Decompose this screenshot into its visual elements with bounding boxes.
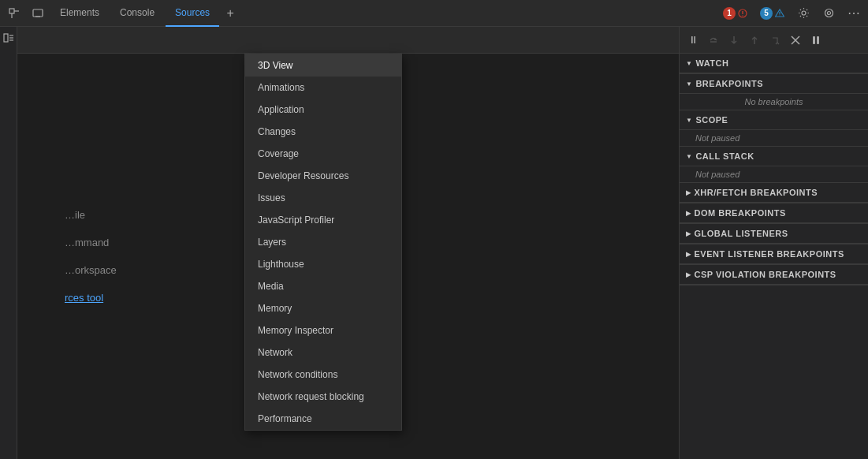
global-label: Global Listeners xyxy=(695,229,788,238)
scope-triangle: ▼ xyxy=(686,117,692,124)
watch-section: ▼ Watch xyxy=(680,54,868,74)
event-listener-header[interactable]: ▶ Event Listener Breakpoints xyxy=(680,244,868,264)
dropdown-item-javascript-profiler[interactable]: JavaScript Profiler xyxy=(245,209,401,231)
no-breakpoints-text: No breakpoints xyxy=(680,94,868,110)
dropdown-item-memory-inspector[interactable]: Memory Inspector xyxy=(245,319,401,341)
watch-triangle: ▼ xyxy=(686,60,692,67)
event-label: Event Listener Breakpoints xyxy=(695,249,844,259)
errors-btn[interactable]: 1 xyxy=(718,6,752,21)
breakpoints-section-header[interactable]: ▼ Breakpoints xyxy=(680,74,868,94)
content-line-4: rces tool xyxy=(65,292,103,304)
svg-rect-22 xyxy=(813,36,815,44)
scope-not-paused: Not paused xyxy=(680,130,868,146)
watch-label: Watch xyxy=(695,58,728,68)
pause-on-exceptions-btn[interactable] xyxy=(807,32,825,49)
call-stack-triangle: ▼ xyxy=(686,153,692,160)
xhr-triangle: ▶ xyxy=(686,189,691,196)
sources-toolbar xyxy=(17,27,679,54)
step-out-btn[interactable] xyxy=(746,32,763,49)
call-stack-section-header[interactable]: ▼ Call Stack xyxy=(680,147,868,166)
svg-rect-13 xyxy=(4,34,8,42)
dom-breakpoints-section: ▶ DOM Breakpoints xyxy=(680,203,868,224)
step-btn[interactable] xyxy=(766,32,784,49)
svg-point-9 xyxy=(779,15,780,16)
errors-badge: 1 xyxy=(723,7,736,20)
dom-triangle: ▶ xyxy=(686,210,691,217)
scope-section-header[interactable]: ▼ Scope xyxy=(680,110,868,130)
csp-section-header[interactable]: ▶ CSP Violation Breakpoints xyxy=(680,265,868,285)
settings-btn[interactable] xyxy=(792,2,814,24)
global-triangle: ▶ xyxy=(686,230,691,237)
tab-console[interactable]: Console xyxy=(110,0,164,27)
dropdown-item-performance[interactable]: Performance xyxy=(245,408,401,430)
dropdown-item-issues[interactable]: Issues xyxy=(245,187,401,209)
warnings-badge: 5 xyxy=(760,7,773,20)
csp-label: CSP Violation Breakpoints xyxy=(695,270,836,279)
xhr-section-header[interactable]: ▶ XHR/fetch Breakpoints xyxy=(680,183,868,203)
svg-rect-0 xyxy=(9,9,14,13)
content-line-2: …mmand xyxy=(65,237,109,248)
step-over-btn[interactable] xyxy=(705,32,722,49)
dropdown-item-layers[interactable]: Layers xyxy=(245,231,401,253)
right-panel: ⏸ xyxy=(679,27,868,459)
breakpoints-triangle: ▼ xyxy=(686,80,692,88)
debugger-toolbar: ⏸ xyxy=(680,27,868,54)
dropdown-item-application[interactable]: Application xyxy=(245,99,401,121)
pause-resume-btn[interactable]: ⏸ xyxy=(684,32,702,49)
step-into-btn[interactable] xyxy=(725,32,743,49)
global-listeners-header[interactable]: ▶ Global Listeners xyxy=(680,224,868,244)
dropdown-item-coverage[interactable]: Coverage xyxy=(245,143,401,165)
more-btn[interactable]: ⋯ xyxy=(843,2,865,24)
xhr-section: ▶ XHR/fetch Breakpoints xyxy=(680,183,868,203)
dropdown-menu: 3D View Animations Application Changes C… xyxy=(244,54,402,431)
show-navigator-btn[interactable] xyxy=(1,30,17,46)
tab-bar: Elements Console Sources + 1 5 xyxy=(0,0,868,27)
event-listener-section: ▶ Event Listener Breakpoints xyxy=(680,244,868,265)
global-listeners-section: ▶ Global Listeners xyxy=(680,224,868,244)
dom-section-header[interactable]: ▶ DOM Breakpoints xyxy=(680,203,868,223)
main-area: 3D View Animations Application Changes C… xyxy=(0,27,868,459)
left-sidebar xyxy=(0,27,17,459)
scope-section: ▼ Scope Not paused xyxy=(680,110,868,147)
dropdown-item-changes[interactable]: Changes xyxy=(245,121,401,143)
csp-section: ▶ CSP Violation Breakpoints xyxy=(680,265,868,285)
call-stack-not-paused: Not paused xyxy=(680,166,868,182)
tab-elements[interactable]: Elements xyxy=(50,0,109,27)
scope-label: Scope xyxy=(695,115,728,125)
tab-add-btn[interactable]: + xyxy=(221,4,240,23)
watch-section-header[interactable]: ▼ Watch xyxy=(680,54,868,73)
dropdown-item-3dview[interactable]: 3D View xyxy=(245,54,401,76)
device-toolbar-btn[interactable] xyxy=(27,2,49,24)
breakpoints-label: Breakpoints xyxy=(695,79,763,88)
dropdown-item-media[interactable]: Media xyxy=(245,275,401,297)
svg-rect-23 xyxy=(817,36,819,44)
svg-point-12 xyxy=(827,12,830,15)
center-panel: 3D View Animations Application Changes C… xyxy=(17,27,679,459)
customize-btn[interactable] xyxy=(818,2,840,24)
sources-tool-link[interactable]: rces tool xyxy=(65,292,103,304)
svg-rect-3 xyxy=(33,9,43,17)
svg-point-7 xyxy=(742,15,743,16)
dom-label: DOM Breakpoints xyxy=(695,208,786,218)
warnings-btn[interactable]: 5 xyxy=(755,6,789,21)
dropdown-item-developer-resources[interactable]: Developer Resources xyxy=(245,165,401,187)
breakpoints-section: ▼ Breakpoints No breakpoints xyxy=(680,74,868,110)
csp-triangle: ▶ xyxy=(686,271,691,278)
call-stack-label: Call Stack xyxy=(695,151,754,161)
content-line-1: …ile xyxy=(65,209,85,221)
content-line-3: …orkspace xyxy=(65,264,117,276)
dropdown-item-network-request-blocking[interactable]: Network request blocking xyxy=(245,386,401,408)
event-triangle: ▶ xyxy=(686,251,691,258)
deactivate-breakpoints-btn[interactable] xyxy=(787,32,804,49)
inspect-element-btn[interactable] xyxy=(3,2,25,24)
dropdown-item-animations[interactable]: Animations xyxy=(245,76,401,99)
svg-point-10 xyxy=(802,11,806,15)
dropdown-item-memory[interactable]: Memory xyxy=(245,297,401,319)
dropdown-item-network-conditions[interactable]: Network conditions xyxy=(245,364,401,386)
tab-sources[interactable]: Sources xyxy=(166,0,219,27)
call-stack-section: ▼ Call Stack Not paused xyxy=(680,147,868,183)
xhr-label: XHR/fetch Breakpoints xyxy=(695,188,818,197)
dropdown-item-network[interactable]: Network xyxy=(245,341,401,364)
dropdown-item-lighthouse[interactable]: Lighthouse xyxy=(245,253,401,275)
svg-point-11 xyxy=(825,9,833,17)
